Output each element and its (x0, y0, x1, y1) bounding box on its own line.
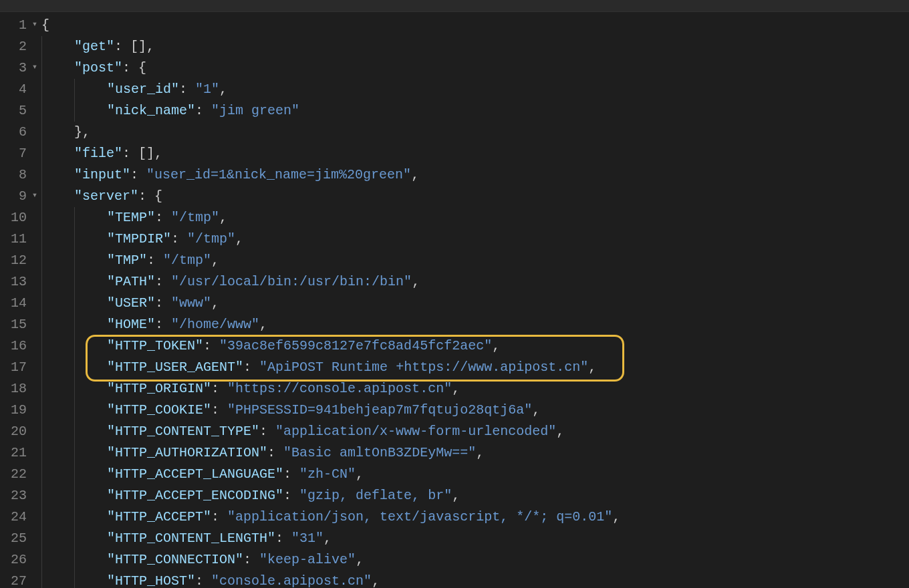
code-line[interactable]: "nick_name": "jim green" (41, 100, 909, 122)
code-area[interactable]: { "get": [], "post": { "user_id": "1", "… (40, 12, 909, 588)
code-line[interactable]: "TEMP": "/tmp", (41, 207, 909, 229)
json-string: "31" (291, 531, 323, 546)
indent-guide (74, 335, 107, 357)
line-number[interactable]: 15 (0, 314, 27, 335)
colon: : (211, 509, 227, 525)
line-number[interactable]: 26 (0, 549, 27, 571)
line-number[interactable]: 14 (0, 293, 27, 314)
line-number[interactable]: 9 (0, 186, 27, 207)
json-key: "PATH" (107, 274, 155, 289)
code-line[interactable]: "HTTP_USER_AGENT": "ApiPOST Runtime +htt… (41, 357, 909, 378)
json-key: "HTTP_TOKEN" (107, 338, 203, 353)
code-line[interactable]: "PATH": "/usr/local/bin:/usr/bin:/bin", (41, 271, 909, 293)
code-line[interactable]: "TMPDIR": "/tmp", (41, 229, 909, 250)
fold-gutter[interactable]: ▾ ▾ ▾ (29, 12, 40, 588)
line-number[interactable]: 24 (0, 506, 27, 528)
line-number[interactable]: 18 (0, 378, 27, 400)
line-number[interactable]: 4 (0, 79, 27, 100)
line-number[interactable]: 17 (0, 357, 27, 378)
line-number[interactable]: 12 (0, 250, 27, 271)
code-line[interactable]: "get": [], (41, 36, 909, 57)
code-line[interactable]: "HTTP_TOKEN": "39ac8ef6599c8127e7fc8ad45… (41, 335, 909, 357)
json-string: "/usr/local/bin:/usr/bin:/bin" (171, 274, 412, 289)
line-number[interactable]: 23 (0, 485, 27, 506)
indent-guide (74, 400, 107, 421)
indent-guide (41, 100, 74, 122)
line-number[interactable]: 2 (0, 36, 27, 57)
json-string: "https://console.apipost.cn" (227, 381, 452, 396)
code-line[interactable]: "HTTP_COOKIE": "PHPSESSID=941behjeap7m7f… (41, 400, 909, 421)
indent-guide (41, 464, 74, 485)
code-editor[interactable]: 1 2 3 4 5 6 7 8 9 10 11 12 13 14 15 16 1… (0, 12, 909, 588)
json-key: "HOME" (107, 317, 155, 332)
line-number[interactable]: 13 (0, 271, 27, 293)
code-line[interactable]: "TMP": "/tmp", (41, 250, 909, 271)
code-line[interactable]: "HTTP_CONTENT_LENGTH": "31", (41, 528, 909, 549)
json-key: "input" (74, 167, 130, 182)
indent-guide (41, 549, 74, 571)
json-key: "HTTP_HOST" (107, 573, 195, 588)
indent-guide (41, 122, 74, 143)
indent-guide (74, 100, 107, 122)
line-number[interactable]: 1 (0, 15, 27, 36)
indent-guide (74, 207, 107, 229)
line-number[interactable]: 22 (0, 464, 27, 485)
line-number[interactable]: 21 (0, 442, 27, 464)
code-line[interactable]: "HTTP_ACCEPT_LANGUAGE": "zh-CN", (41, 464, 909, 485)
json-string: "/tmp" (187, 231, 235, 247)
line-number[interactable]: 3 (0, 57, 27, 79)
code-line[interactable]: "file": [], (41, 143, 909, 164)
line-number[interactable]: 20 (0, 421, 27, 442)
code-line[interactable]: "server": { (41, 186, 909, 207)
code-line[interactable]: { (41, 15, 909, 36)
code-line[interactable]: "HOME": "/home/www", (41, 314, 909, 335)
line-number[interactable]: 16 (0, 335, 27, 357)
line-number-gutter[interactable]: 1 2 3 4 5 6 7 8 9 10 11 12 13 14 15 16 1… (0, 12, 29, 588)
line-number[interactable]: 7 (0, 143, 27, 164)
code-line[interactable]: "USER": "www", (41, 293, 909, 314)
code-line[interactable]: "HTTP_AUTHORIZATION": "Basic amltOnB3ZDE… (41, 442, 909, 464)
json-string: "jim green" (211, 103, 299, 118)
code-line[interactable]: "HTTP_ACCEPT": "application/json, text/j… (41, 506, 909, 528)
code-line[interactable]: "HTTP_ACCEPT_ENCODING": "gzip, deflate, … (41, 485, 909, 506)
json-key: "file" (74, 146, 122, 161)
indent-guide (74, 250, 107, 271)
code-line[interactable]: "post": { (41, 57, 909, 79)
code-line[interactable]: "user_id": "1", (41, 79, 909, 100)
json-key: "TMPDIR" (107, 231, 171, 247)
colon: : (122, 60, 138, 76)
line-number[interactable]: 25 (0, 528, 27, 549)
colon: : (155, 210, 171, 225)
code-line[interactable]: "HTTP_CONNECTION": "keep-alive", (41, 549, 909, 571)
colon: : (114, 39, 130, 54)
fold-chevron-down-icon[interactable]: ▾ (32, 13, 37, 35)
indent-guide (41, 36, 74, 57)
fold-chevron-down-icon[interactable]: ▾ (32, 56, 37, 78)
indent-guide (74, 528, 107, 549)
json-string: "user_id=1&nick_name=jim%20green" (146, 167, 411, 182)
json-key: "HTTP_ACCEPT_LANGUAGE" (107, 466, 283, 482)
indent-guide (41, 528, 74, 549)
json-array: [] (130, 39, 146, 54)
line-number[interactable]: 6 (0, 122, 27, 143)
comma: , (219, 82, 227, 97)
line-number[interactable]: 19 (0, 400, 27, 421)
json-string: "keep-alive" (259, 552, 356, 567)
line-number[interactable]: 5 (0, 100, 27, 122)
line-number[interactable]: 8 (0, 164, 27, 186)
close-brace: } (74, 124, 82, 140)
comma: , (356, 466, 364, 482)
code-line[interactable]: }, (41, 122, 909, 143)
json-string: "www" (171, 295, 211, 311)
line-number[interactable]: 27 (0, 571, 27, 588)
code-line[interactable]: "input": "user_id=1&nick_name=jim%20gree… (41, 164, 909, 186)
line-number[interactable]: 11 (0, 229, 27, 250)
code-line[interactable]: "HTTP_HOST": "console.apipost.cn", (41, 571, 909, 588)
code-line[interactable]: "HTTP_CONTENT_TYPE": "application/x-www-… (41, 421, 909, 442)
json-string: "ApiPOST Runtime +https://www.apipost.cn… (259, 359, 588, 375)
colon: : (130, 167, 146, 182)
code-line[interactable]: "HTTP_ORIGIN": "https://console.apipost.… (41, 378, 909, 400)
fold-chevron-down-icon[interactable]: ▾ (32, 184, 37, 206)
line-number[interactable]: 10 (0, 207, 27, 229)
indent-guide (74, 549, 107, 571)
